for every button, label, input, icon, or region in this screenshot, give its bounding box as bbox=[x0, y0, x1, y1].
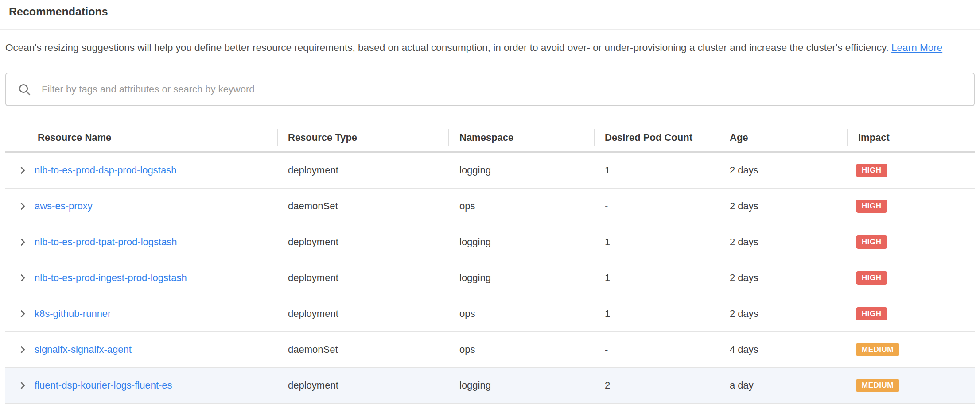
impact-cell: HIGH bbox=[847, 235, 975, 249]
resource-name-link[interactable]: nlb-to-es-prod-dsp-prod-logstash bbox=[35, 165, 176, 176]
resource-name-cell: aws-es-proxy bbox=[5, 200, 277, 212]
table-row[interactable]: aws-es-proxy daemonSet ops - 2 days HIGH bbox=[5, 189, 975, 224]
resource-type-cell: deployment bbox=[277, 380, 448, 391]
impact-cell: MEDIUM bbox=[847, 343, 975, 356]
impact-badge: HIGH bbox=[856, 235, 887, 249]
title-divider bbox=[0, 29, 980, 30]
age-cell: 2 days bbox=[719, 308, 847, 320]
namespace-cell: ops bbox=[448, 308, 594, 320]
column-header-resource-type: Resource Type bbox=[277, 132, 448, 143]
namespace-cell: ops bbox=[448, 200, 594, 212]
resource-name-link[interactable]: k8s-github-runner bbox=[35, 308, 111, 320]
namespace-cell: logging bbox=[448, 236, 594, 248]
chevron-right-icon[interactable] bbox=[18, 381, 27, 390]
table-row[interactable]: nlb-to-es-prod-tpat-prod-logstash deploy… bbox=[5, 224, 975, 260]
column-header-namespace: Namespace bbox=[448, 132, 594, 143]
table-row[interactable]: nlb-to-es-prod-ingest-prod-logstash depl… bbox=[5, 260, 975, 296]
age-cell: 2 days bbox=[719, 200, 847, 212]
resource-type-cell: deployment bbox=[277, 272, 448, 284]
age-cell: 2 days bbox=[719, 272, 847, 284]
namespace-cell: ops bbox=[448, 344, 594, 355]
pod-count-cell: - bbox=[594, 200, 719, 212]
pod-count-cell: - bbox=[594, 344, 719, 355]
chevron-right-icon[interactable] bbox=[18, 201, 27, 211]
column-header-age: Age bbox=[719, 132, 847, 143]
resource-name-cell: nlb-to-es-prod-dsp-prod-logstash bbox=[5, 165, 277, 176]
impact-badge: MEDIUM bbox=[856, 379, 899, 392]
resource-name-cell: k8s-github-runner bbox=[5, 308, 277, 320]
resource-name-link[interactable]: nlb-to-es-prod-ingest-prod-logstash bbox=[35, 272, 187, 284]
resource-type-cell: deployment bbox=[277, 308, 448, 320]
column-header-desired-pod-count: Desired Pod Count bbox=[594, 132, 719, 143]
pod-count-cell: 1 bbox=[594, 272, 719, 284]
search-icon bbox=[18, 83, 31, 96]
impact-badge: HIGH bbox=[856, 271, 887, 285]
age-cell: 2 days bbox=[719, 236, 847, 248]
chevron-right-icon[interactable] bbox=[18, 237, 27, 247]
resource-name-cell: nlb-to-es-prod-ingest-prod-logstash bbox=[5, 272, 277, 284]
namespace-cell: logging bbox=[448, 380, 594, 391]
column-header-resource-name: Resource Name bbox=[5, 132, 277, 143]
table-row[interactable]: signalfx-signalfx-agent daemonSet ops - … bbox=[5, 332, 975, 368]
namespace-cell: logging bbox=[448, 272, 594, 284]
pod-count-cell: 1 bbox=[594, 308, 719, 320]
chevron-right-icon[interactable] bbox=[18, 273, 27, 283]
namespace-cell: logging bbox=[448, 165, 594, 176]
description-text: Ocean's resizing suggestions will help y… bbox=[5, 42, 889, 53]
resource-name-link[interactable]: fluent-dsp-kourier-logs-fluent-es bbox=[35, 380, 172, 391]
page-title: Recommendations bbox=[0, 0, 980, 18]
filter-search-input[interactable] bbox=[41, 83, 965, 96]
resource-type-cell: daemonSet bbox=[277, 200, 448, 212]
page-description: Ocean's resizing suggestions will help y… bbox=[5, 39, 973, 56]
age-cell: 4 days bbox=[719, 344, 847, 355]
resource-name-cell: nlb-to-es-prod-tpat-prod-logstash bbox=[5, 236, 277, 248]
impact-cell: HIGH bbox=[847, 200, 975, 213]
resource-type-cell: daemonSet bbox=[277, 344, 448, 355]
resource-type-cell: deployment bbox=[277, 165, 448, 176]
chevron-right-icon[interactable] bbox=[18, 166, 27, 175]
table-row[interactable]: fluent-dsp-kourier-logs-fluent-es deploy… bbox=[5, 368, 975, 404]
impact-badge: HIGH bbox=[856, 200, 887, 213]
impact-cell: HIGH bbox=[847, 271, 975, 285]
chevron-right-icon[interactable] bbox=[18, 345, 27, 354]
pod-count-cell: 1 bbox=[594, 236, 719, 248]
table-row[interactable]: nlb-to-es-prod-dsp-prod-logstash deploym… bbox=[5, 153, 975, 189]
impact-badge: HIGH bbox=[856, 164, 887, 177]
pod-count-cell: 1 bbox=[594, 165, 719, 176]
impact-cell: HIGH bbox=[847, 164, 975, 177]
table-body: nlb-to-es-prod-dsp-prod-logstash deploym… bbox=[5, 153, 975, 404]
impact-cell: HIGH bbox=[847, 307, 975, 320]
resource-name-link[interactable]: nlb-to-es-prod-tpat-prod-logstash bbox=[35, 236, 177, 248]
resource-name-cell: fluent-dsp-kourier-logs-fluent-es bbox=[5, 380, 277, 391]
resource-name-link[interactable]: signalfx-signalfx-agent bbox=[35, 344, 132, 355]
table-header: Resource Name Resource Type Namespace De… bbox=[5, 124, 975, 153]
learn-more-link[interactable]: Learn More bbox=[891, 42, 942, 53]
column-header-impact: Impact bbox=[847, 132, 975, 143]
age-cell: 2 days bbox=[719, 165, 847, 176]
chevron-right-icon[interactable] bbox=[18, 309, 27, 319]
resource-name-link[interactable]: aws-es-proxy bbox=[35, 200, 93, 212]
impact-badge: MEDIUM bbox=[856, 343, 899, 356]
impact-cell: MEDIUM bbox=[847, 379, 975, 392]
age-cell: a day bbox=[719, 380, 847, 391]
filter-search-box bbox=[5, 73, 975, 106]
resource-name-cell: signalfx-signalfx-agent bbox=[5, 344, 277, 355]
table-row[interactable]: k8s-github-runner deployment ops 1 2 day… bbox=[5, 296, 975, 332]
resource-type-cell: deployment bbox=[277, 236, 448, 248]
impact-badge: HIGH bbox=[856, 307, 887, 320]
pod-count-cell: 2 bbox=[594, 380, 719, 391]
